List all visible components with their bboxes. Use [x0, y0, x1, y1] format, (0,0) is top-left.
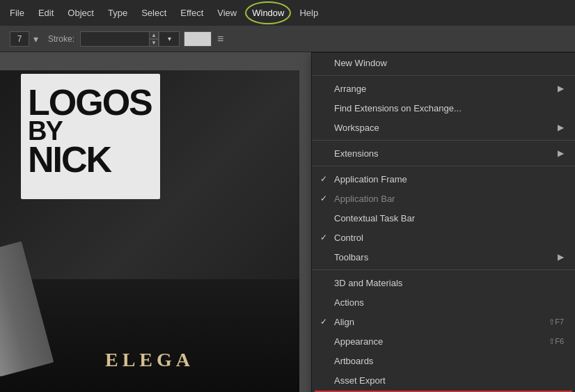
stroke-down[interactable]: ▼: [149, 39, 159, 47]
menu-item-control[interactable]: ✓ Control: [312, 228, 575, 247]
3d-materials-label: 3D and Materials: [334, 278, 402, 288]
stroke-label-container: Stroke: ▲ ▼ ▾: [44, 31, 184, 47]
menu-item-app-frame[interactable]: ✓ Application Frame: [312, 169, 575, 189]
toolbar-num-box[interactable]: 7: [10, 31, 29, 47]
app-bar-check: ✓: [320, 194, 327, 203]
menu-help[interactable]: Help: [292, 0, 325, 26]
align-label: Align: [334, 317, 354, 327]
toolbar-num-container: 7 ▾: [6, 31, 44, 47]
menu-item-extensions[interactable]: Extensions ▶: [312, 143, 575, 163]
control-check: ✓: [320, 233, 327, 242]
arrange-arrow: ▶: [558, 84, 564, 93]
divider-1: [312, 75, 575, 76]
color-swatch[interactable]: [184, 31, 212, 47]
menu-effect[interactable]: Effect: [173, 0, 210, 26]
toolbar: 7 ▾ Stroke: ▲ ▼ ▾ ≡: [0, 26, 575, 52]
menu-lines-icon[interactable]: ≡: [212, 33, 229, 45]
menu-item-workspace[interactable]: Workspace ▶: [312, 118, 575, 137]
divider-4: [312, 269, 575, 270]
align-shortcut: ⇧F7: [549, 317, 564, 327]
menu-window[interactable]: Window: [244, 0, 292, 26]
control-label: Control: [334, 233, 363, 243]
stroke-input[interactable]: [80, 31, 150, 47]
logo-text-nick: NICK: [28, 141, 152, 178]
appearance-shortcut: ⇧F6: [549, 337, 564, 346]
contextual-task-bar-label: Contextual Task Bar: [334, 213, 415, 224]
menu-view[interactable]: View: [210, 0, 244, 26]
toolbar-dropdown-arrow[interactable]: ▾: [32, 33, 40, 45]
extensions-label: Extensions: [334, 148, 379, 159]
app-bar-label: Application Bar: [334, 194, 395, 204]
menu-file[interactable]: File: [3, 0, 31, 26]
stroke-arrows: ▲ ▼: [149, 31, 159, 47]
canvas-area: * @ 49.44 % (RGB/Preview) LOGOS BY NICK …: [0, 52, 575, 392]
menu-item-contextual-task-bar[interactable]: Contextual Task Bar: [312, 208, 575, 228]
artboards-label: Artboards: [334, 356, 373, 366]
stroke-unit-dropdown[interactable]: ▾: [159, 31, 180, 47]
find-extensions-label: Find Extensions on Exchange...: [334, 103, 462, 113]
toolbars-label: Toolbars: [334, 252, 368, 262]
menu-item-appearance[interactable]: Appearance ⇧F6: [312, 331, 575, 351]
menu-item-app-bar[interactable]: ✓ Application Bar: [312, 189, 575, 208]
menu-bar: File Edit Object Type Select Effect View…: [0, 0, 575, 26]
menu-type[interactable]: Type: [101, 0, 134, 26]
align-check: ✓: [320, 317, 327, 327]
menu-item-actions[interactable]: Actions: [312, 292, 575, 312]
menu-item-arrange[interactable]: Arrange ▶: [312, 79, 575, 98]
appearance-label: Appearance: [334, 336, 383, 347]
menu-item-artboards[interactable]: Artboards: [312, 351, 575, 370]
stroke-label: Stroke:: [48, 34, 74, 44]
menu-item-3d-materials[interactable]: 3D and Materials: [312, 273, 575, 292]
workspace-arrow: ▶: [558, 123, 564, 132]
menu-item-new-window[interactable]: New Window: [312, 53, 575, 72]
asset-export-label: Asset Export: [334, 375, 386, 386]
menu-select[interactable]: Select: [134, 0, 173, 26]
window-dropdown-menu: New Window Arrange ▶ Find Extensions on …: [311, 52, 575, 392]
menu-item-asset-export[interactable]: Asset Export: [312, 370, 575, 390]
app-frame-label: Application Frame: [334, 174, 407, 185]
menu-item-find-extensions[interactable]: Find Extensions on Exchange...: [312, 98, 575, 118]
divider-3: [312, 166, 575, 166]
new-window-label: New Window: [334, 58, 387, 68]
canvas-image: LOGOS BY NICK 26 ELEGA: [0, 70, 299, 392]
actions-label: Actions: [334, 297, 364, 308]
stroke-up[interactable]: ▲: [149, 31, 159, 39]
divider-2: [312, 140, 575, 141]
menu-edit[interactable]: Edit: [31, 0, 61, 26]
extensions-arrow: ▶: [558, 148, 564, 158]
menu-item-toolbars[interactable]: Toolbars ▶: [312, 247, 575, 267]
arrange-label: Arrange: [334, 84, 366, 94]
workspace-label: Workspace: [334, 123, 379, 133]
menu-item-align[interactable]: ✓ Align ⇧F7: [312, 312, 575, 331]
menu-object[interactable]: Object: [61, 0, 101, 26]
toolbars-arrow: ▶: [558, 252, 564, 262]
app-frame-check: ✓: [320, 174, 327, 184]
logo-text: LOGOS BY NICK: [28, 84, 152, 178]
